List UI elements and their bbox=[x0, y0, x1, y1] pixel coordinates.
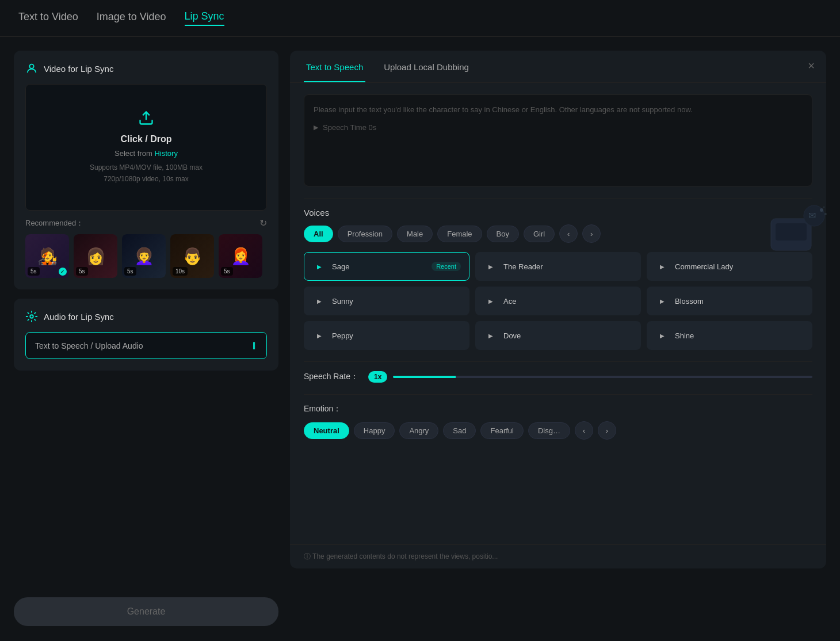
emotion-title: Emotion： bbox=[304, 404, 812, 414]
audio-input-text: Text to Speech / Upload Audio bbox=[35, 341, 143, 350]
emotion-row: Neutral Happy Angry Sad Fearful Disg… ‹ … bbox=[304, 421, 812, 440]
voice-sunny[interactable]: ▶ Sunny bbox=[304, 287, 469, 315]
thumb-5[interactable]: 👩‍🦰 5s bbox=[219, 234, 262, 278]
svg-point-2 bbox=[30, 315, 33, 318]
voice-play-peppy[interactable]: ▶ bbox=[312, 329, 326, 342]
top-nav: Text to Video Image to Video Lip Sync bbox=[0, 0, 840, 37]
voice-name-blossom: Blossom bbox=[675, 297, 804, 306]
nav-lip-sync[interactable]: Lip Sync bbox=[185, 10, 224, 26]
emotion-neutral[interactable]: Neutral bbox=[304, 422, 349, 439]
section-divider-2 bbox=[304, 361, 812, 362]
recommended-label: Recommended： bbox=[25, 218, 83, 228]
voice-ace[interactable]: ▶ Ace bbox=[475, 287, 641, 315]
voice-play-blossom[interactable]: ▶ bbox=[655, 294, 669, 308]
emotion-sad[interactable]: Sad bbox=[443, 422, 476, 439]
history-link[interactable]: History bbox=[154, 149, 177, 158]
filter-girl[interactable]: Girl bbox=[524, 226, 555, 242]
filter-female[interactable]: Female bbox=[437, 226, 482, 242]
voice-sage[interactable]: ▶ Sage Recent bbox=[304, 252, 469, 281]
audio-sliders-icon: ⫿ bbox=[252, 339, 257, 352]
voice-name-sage: Sage bbox=[332, 262, 426, 271]
speech-time-row: ▶ Speech Time 0s bbox=[314, 123, 803, 132]
thumbnail-grid: 🧑‍🎤 5s ✓ 👩 5s 👩‍🦱 5s 👨 10s bbox=[25, 234, 267, 278]
upload-icon bbox=[138, 110, 154, 129]
upload-hint: Supports MP4/MOV file, 100MB max 720p/10… bbox=[90, 162, 203, 184]
voice-name-dove: Dove bbox=[503, 331, 632, 340]
voice-play-shine[interactable]: ▶ bbox=[655, 329, 669, 342]
audio-card: Audio for Lip Sync Text to Speech / Uplo… bbox=[14, 299, 278, 371]
audio-input-row[interactable]: Text to Speech / Upload Audio ⫿ bbox=[25, 332, 267, 359]
filter-all[interactable]: All bbox=[304, 226, 333, 242]
text-input-area[interactable]: Please input the text you'd like the cha… bbox=[304, 94, 812, 186]
voices-title: Voices bbox=[304, 208, 812, 218]
section-divider-3 bbox=[304, 394, 812, 395]
dialog-body: Please input the text you'd like the cha… bbox=[290, 83, 826, 544]
audio-icon bbox=[25, 310, 38, 323]
tab-upload[interactable]: Upload Local Dubbing bbox=[381, 62, 471, 82]
dialog-tabs: Text to Speech Upload Local Dubbing × bbox=[290, 51, 826, 83]
emotion-next-arrow[interactable]: › bbox=[598, 421, 616, 440]
rate-value: 1x bbox=[368, 371, 387, 383]
svg-point-0 bbox=[29, 64, 33, 68]
thumb-1[interactable]: 🧑‍🎤 5s ✓ bbox=[25, 234, 69, 278]
voice-name-the-reader: The Reader bbox=[503, 262, 632, 271]
thumb-badge-2: 5s bbox=[76, 267, 88, 276]
voice-play-sage[interactable]: ▶ bbox=[312, 260, 326, 273]
filter-profession[interactable]: Profession bbox=[338, 226, 392, 242]
click-drop-text: Click / Drop bbox=[121, 134, 172, 144]
thumb-badge-5: 5s bbox=[221, 267, 233, 276]
voice-play-ace[interactable]: ▶ bbox=[484, 294, 498, 308]
voice-blossom[interactable]: ▶ Blossom bbox=[647, 287, 812, 315]
emotion-prev-arrow[interactable]: ‹ bbox=[575, 421, 593, 440]
voice-dove[interactable]: ▶ Dove bbox=[475, 321, 641, 350]
voices-section: Voices All Profession Male Female Boy Gi… bbox=[304, 208, 812, 350]
audio-card-title: Audio for Lip Sync bbox=[25, 310, 267, 323]
play-icon-small: ▶ bbox=[314, 124, 318, 131]
close-button[interactable]: × bbox=[808, 60, 815, 71]
video-card: Video for Lip Sync Click / Drop Select f… bbox=[14, 51, 278, 289]
voice-badge-sage: Recent bbox=[432, 262, 461, 271]
voice-play-the-reader[interactable]: ▶ bbox=[484, 260, 498, 273]
thumb-check-1: ✓ bbox=[59, 268, 67, 276]
voice-peppy[interactable]: ▶ Peppy bbox=[304, 321, 469, 350]
tab-tts[interactable]: Text to Speech bbox=[304, 62, 365, 82]
filter-prev-arrow[interactable]: ‹ bbox=[559, 224, 578, 243]
generate-button[interactable]: Generate bbox=[14, 597, 278, 626]
emotion-angry[interactable]: Angry bbox=[399, 422, 438, 439]
voice-commercial-lady[interactable]: ▶ Commercial Lady bbox=[647, 252, 812, 281]
voice-play-dove[interactable]: ▶ bbox=[484, 329, 498, 342]
thumb-badge-3: 5s bbox=[124, 267, 136, 276]
voice-name-sunny: Sunny bbox=[332, 297, 461, 306]
voice-name-ace: Ace bbox=[503, 297, 632, 306]
video-card-title: Video for Lip Sync bbox=[25, 62, 267, 75]
nav-image-to-video[interactable]: Image to Video bbox=[97, 11, 166, 25]
video-upload-area[interactable]: Click / Drop Select from History Support… bbox=[25, 84, 267, 211]
refresh-icon[interactable]: ↻ bbox=[259, 218, 267, 228]
person-icon bbox=[25, 62, 38, 75]
rate-slider-wrap: 1x bbox=[368, 371, 812, 383]
filter-male[interactable]: Male bbox=[397, 226, 433, 242]
filter-next-arrow[interactable]: › bbox=[582, 224, 601, 243]
right-panel: Text to Speech Upload Local Dubbing × Pl… bbox=[290, 51, 826, 568]
text-placeholder: Please input the text you'd like the cha… bbox=[314, 104, 803, 116]
recommended-row: Recommended： ↻ bbox=[25, 218, 267, 228]
nav-text-to-video[interactable]: Text to Video bbox=[18, 11, 78, 25]
voice-shine[interactable]: ▶ Shine bbox=[647, 321, 812, 350]
thumb-badge-4: 10s bbox=[173, 267, 188, 276]
voice-name-shine: Shine bbox=[675, 331, 804, 340]
voice-play-sunny[interactable]: ▶ bbox=[312, 294, 326, 308]
filter-boy[interactable]: Boy bbox=[487, 226, 519, 242]
rate-row: Speech Rate： 1x bbox=[304, 371, 812, 383]
voice-play-commercial-lady[interactable]: ▶ bbox=[655, 260, 669, 273]
thumb-2[interactable]: 👩 5s bbox=[74, 234, 117, 278]
emotion-disgusted[interactable]: Disg… bbox=[528, 422, 570, 439]
emotion-happy[interactable]: Happy bbox=[354, 422, 395, 439]
emotion-fearful[interactable]: Fearful bbox=[480, 422, 523, 439]
voice-filter-row: All Profession Male Female Boy Girl ‹ › bbox=[304, 224, 812, 243]
thumb-3[interactable]: 👩‍🦱 5s bbox=[122, 234, 166, 278]
thumb-4[interactable]: 👨 10s bbox=[170, 234, 214, 278]
select-from-row: Select from History bbox=[114, 149, 178, 158]
speech-rate-slider[interactable] bbox=[393, 376, 812, 378]
speech-time-label: Speech Time 0s bbox=[323, 123, 376, 132]
voice-the-reader[interactable]: ▶ The Reader bbox=[475, 252, 641, 281]
